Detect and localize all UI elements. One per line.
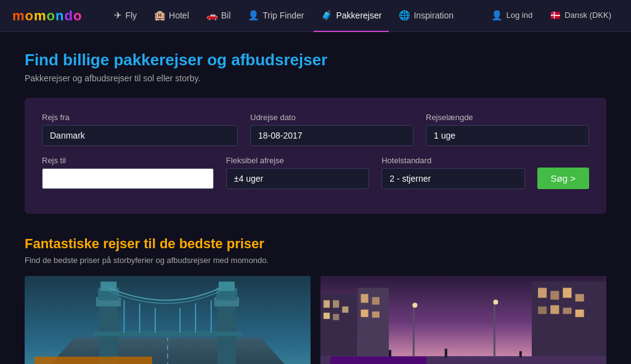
pakkerejser-icon: 🧳 (321, 10, 333, 21)
inspiration-icon: 🌐 (399, 10, 410, 21)
nav-item-fly[interactable]: ✈ Fly (107, 0, 144, 32)
nav-item-bil[interactable]: 🚗 Bil (199, 0, 238, 32)
svg-rect-28 (361, 310, 368, 317)
cards-row: Storby Getaways › (25, 276, 606, 364)
main-content: Find billige pakkerejser og afbudsrejser… (0, 32, 631, 364)
laengde-label: Rejselængde (426, 113, 589, 122)
svg-rect-26 (361, 294, 368, 302)
svg-rect-21 (333, 301, 339, 308)
card-afbuds[interactable]: Afbudsrejser › (320, 276, 606, 364)
nav-item-login[interactable]: 👤 Log ind (484, 0, 540, 32)
svg-rect-11 (93, 331, 242, 336)
svg-point-46 (493, 300, 498, 305)
dato-field: Udrejse dato (250, 113, 413, 146)
svg-rect-33 (563, 288, 571, 297)
dato-input[interactable] (250, 125, 413, 146)
svg-rect-36 (550, 305, 559, 314)
car-icon: 🚗 (206, 10, 218, 21)
svg-rect-38 (576, 310, 584, 317)
tripfinder-icon: 👤 (248, 10, 259, 21)
svg-rect-31 (538, 288, 547, 297)
svg-rect-29 (372, 312, 380, 318)
hotel-icon: 🏨 (154, 10, 166, 21)
search-button[interactable]: Søg > (537, 168, 589, 189)
hotel-select[interactable]: 1 - stjerne 2 - stjerner 3 - stjerner 4 … (381, 168, 524, 189)
nav-items: ✈ Fly 🏨 Hotel 🚗 Bil 👤 Trip Finder 🧳 Pakk… (107, 0, 484, 32)
fleksibel-label: Fleksibel afrejse (226, 156, 369, 165)
card-storby-overlay: Storby Getaways › (25, 357, 311, 364)
card-storby[interactable]: Storby Getaways › (25, 276, 311, 364)
svg-rect-34 (576, 294, 584, 301)
svg-rect-37 (563, 308, 571, 314)
search-row-2: Rejs til Fleksibel afrejse ±1 uge ±2 uge… (42, 156, 589, 189)
nav-item-hotel[interactable]: 🏨 Hotel (147, 0, 197, 32)
flag-icon: 🇩🇰 (550, 10, 561, 21)
fleksibel-field: Fleksibel afrejse ±1 uge ±2 uger ±4 uger (226, 156, 369, 189)
section1-subtitle: Find de bedste priser på storbyferier og… (25, 256, 606, 265)
card-afbuds-label: Afbudsrejser › (330, 357, 426, 364)
rejs-fra-select[interactable]: Danmark Sverige Norge (42, 125, 238, 146)
nav-item-lang[interactable]: 🇩🇰 Dansk (DKK) (542, 0, 619, 32)
laengde-field: Rejselængde 1 uge 2 uger 3 uger (426, 113, 589, 146)
search-row-1: Rejs fra Danmark Sverige Norge Udrejse d… (42, 113, 589, 146)
card-afbuds-overlay: Afbudsrejser › (320, 357, 606, 364)
navbar: momondo ✈ Fly 🏨 Hotel 🚗 Bil 👤 Trip Finde… (0, 0, 631, 32)
fleksibel-select[interactable]: ±1 uge ±2 uger ±4 uger (226, 168, 369, 189)
svg-rect-10 (219, 281, 235, 291)
page-title: Find billige pakkerejser og afbudsrejser (25, 51, 606, 70)
svg-rect-27 (372, 297, 380, 304)
rejs-til-input[interactable] (42, 168, 214, 189)
svg-rect-20 (324, 301, 330, 308)
rejs-fra-field: Rejs fra Danmark Sverige Norge (42, 113, 238, 146)
nav-item-tripfinder[interactable]: 👤 Trip Finder (240, 0, 311, 32)
hotel-field: Hotelstandard 1 - stjerne 2 - stjerner 3… (381, 156, 524, 189)
svg-rect-24 (333, 314, 339, 320)
login-icon: 👤 (491, 10, 503, 21)
section1-title: Fantastiske rejser til de bedste priser (25, 236, 606, 252)
search-box: Rejs fra Danmark Sverige Norge Udrejse d… (25, 98, 606, 214)
laengde-select[interactable]: 1 uge 2 uger 3 uger (426, 125, 589, 146)
hotel-label: Hotelstandard (381, 156, 524, 165)
svg-point-44 (412, 303, 417, 308)
rejs-til-field: Rejs til (42, 156, 214, 189)
nav-item-pakkerejser[interactable]: 🧳 Pakkerejser (314, 0, 389, 32)
rejs-til-label: Rejs til (42, 156, 214, 165)
svg-rect-22 (342, 307, 348, 313)
dato-label: Udrejse dato (250, 113, 413, 122)
nav-item-inspiration[interactable]: 🌐 Inspiration (391, 0, 461, 32)
rejs-fra-label: Rejs fra (42, 113, 238, 122)
page-subtitle: Pakkerejser og afbudsrejser til sol elle… (25, 73, 606, 83)
fly-icon: ✈ (114, 10, 122, 21)
nav-right: 👤 Log ind 🇩🇰 Dansk (DKK) (484, 0, 619, 32)
svg-rect-32 (550, 291, 559, 299)
svg-rect-35 (538, 307, 547, 314)
svg-rect-23 (324, 313, 330, 319)
card-storby-label: Storby Getaways › (35, 357, 152, 364)
logo[interactable]: momondo (12, 8, 82, 24)
